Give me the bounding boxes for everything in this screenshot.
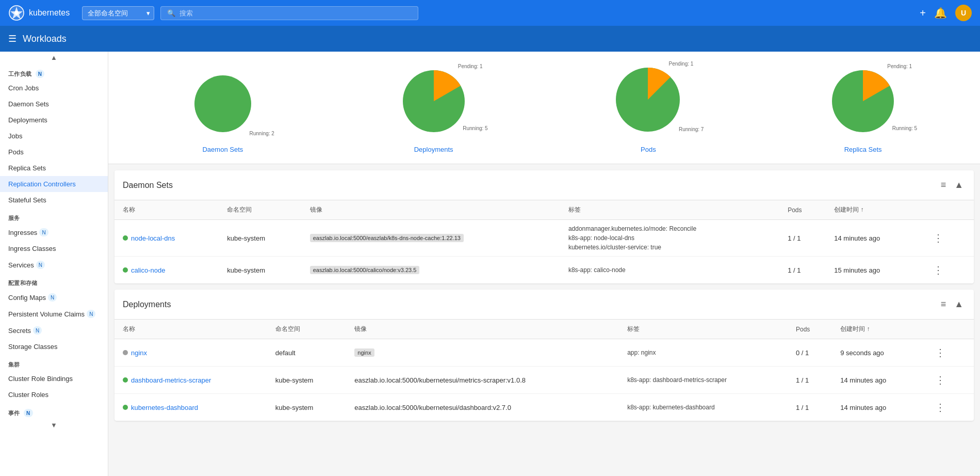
- sidebar-item-daemon-sets[interactable]: Daemon Sets: [0, 96, 108, 112]
- image-text: easzlab.io.local:5000/kubernetesui/dashb…: [354, 404, 511, 411]
- namespace-dropdown-wrap[interactable]: 全部命名空间: [76, 6, 154, 20]
- status-dot: [123, 350, 128, 355]
- dep-namespace-cell: default: [267, 339, 347, 367]
- daemon-sets-chart: Running: 2 Daemon Sets: [187, 68, 259, 153]
- dep-actions-cell: ⋮: [923, 367, 974, 394]
- more-btn[interactable]: ⋮: [931, 344, 950, 361]
- sidebar-item-deployments[interactable]: Deployments: [0, 112, 108, 128]
- dep-col-actions: [923, 320, 974, 339]
- sidebar-item-ingress-classes[interactable]: Ingress Classes: [0, 241, 108, 257]
- sidebar-item-config-maps[interactable]: Config Maps N: [0, 289, 108, 306]
- dep-image-cell: nginx: [346, 339, 619, 367]
- search-icon: 🔍: [167, 9, 175, 17]
- ds-name-cell: calico-node: [115, 257, 219, 284]
- sidebar-item-cluster-roles[interactable]: Cluster Roles: [0, 387, 108, 403]
- pods-label: Pods: [641, 146, 656, 153]
- deployments-pending-label: Pending: 1: [458, 64, 483, 69]
- pods-pending-label: Pending: 1: [669, 61, 694, 67]
- namespace-select[interactable]: 全部命名空间: [82, 6, 154, 20]
- deployments-actions: ≡ ▲: [939, 297, 966, 312]
- sidebar-item-replica-sets[interactable]: Replica Sets: [0, 160, 108, 176]
- sidebar-category-services: 服务: [0, 208, 108, 224]
- dep-col-image: 镜像: [346, 320, 619, 339]
- dep-name-link[interactable]: dashboard-metrics-scraper: [131, 376, 211, 384]
- image-text: easzlab.io.local:5000/kubernetesui/metri…: [354, 376, 526, 384]
- pods-running-label: Running: 7: [679, 126, 704, 132]
- dep-actions-cell: ⋮: [923, 339, 974, 367]
- daemon-sets-thead: 名称 命名空间 镜像 标签 Pods 创建时间 ↑: [115, 200, 974, 220]
- search-bar[interactable]: 🔍: [160, 6, 418, 20]
- sidebar-scroll-up[interactable]: ▲: [0, 52, 108, 64]
- more-btn[interactable]: ⋮: [929, 262, 948, 278]
- workloads-badge: N: [36, 70, 45, 78]
- dep-image-cell: easzlab.io.local:5000/kubernetesui/dashb…: [346, 394, 619, 421]
- dep-name-link[interactable]: nginx: [131, 349, 147, 357]
- sidebar-item-pods[interactable]: Pods: [0, 144, 108, 160]
- deployments-title: Deployments: [123, 300, 171, 309]
- status-dot: [123, 405, 128, 410]
- ds-name-link[interactable]: calico-node: [131, 266, 166, 274]
- more-btn[interactable]: ⋮: [929, 230, 948, 246]
- kubernetes-logo-icon: [8, 5, 25, 21]
- deployments-filter-btn[interactable]: ≡: [939, 297, 949, 312]
- sidebar-category-events: 事件 N: [0, 403, 108, 419]
- svg-point-3: [14, 11, 19, 15]
- tag-item: app: nginx: [627, 349, 779, 356]
- daemon-sets-section: Daemon Sets ≡ ▲ 名称 命名空间 镜像 标签 Pods 创建时间 …: [115, 170, 974, 283]
- table-row: calico-node kube-system easzlab.io.local…: [115, 257, 974, 284]
- deployments-tbody: nginx default nginx app: nginx 0 / 1 9 s…: [115, 339, 974, 421]
- sidebar-item-jobs[interactable]: Jobs: [0, 128, 108, 144]
- sidebar-item-pvc[interactable]: Persistent Volume Claims N: [0, 306, 108, 322]
- tag-item: addonmanager.kubernetes.io/mode: Reconci…: [568, 225, 771, 232]
- daemon-sets-running-label: Running: 2: [250, 131, 274, 136]
- menu-icon[interactable]: ☰: [8, 33, 17, 44]
- deployments-thead: 名称 命名空间 镜像 标签 Pods 创建时间 ↑: [115, 320, 974, 339]
- sidebar-item-cluster-role-bindings[interactable]: Cluster Role Bindings: [0, 371, 108, 387]
- search-input[interactable]: [179, 9, 412, 17]
- ds-created-cell: 15 minutes ago: [826, 257, 921, 284]
- table-row: node-local-dns kube-system easzlab.io.lo…: [115, 220, 974, 257]
- deployments-table: 名称 命名空间 镜像 标签 Pods 创建时间 ↑ nginx: [115, 320, 974, 421]
- dep-created-cell: 14 minutes ago: [832, 394, 923, 421]
- avatar[interactable]: U: [955, 5, 972, 21]
- replica-sets-pending-label: Pending: 1: [887, 64, 912, 69]
- svg-point-4: [194, 75, 251, 132]
- more-btn[interactable]: ⋮: [931, 399, 950, 416]
- pods-pie: Pending: 1 Running: 7: [608, 60, 688, 141]
- sidebar-item-stateful-sets[interactable]: Stateful Sets: [0, 192, 108, 208]
- sidebar-item-replication-controllers[interactable]: Replication Controllers: [0, 176, 108, 192]
- main-content: Running: 2 Daemon Sets Pending: 1 Runnin…: [108, 52, 980, 476]
- bell-icon[interactable]: 🔔: [934, 7, 947, 19]
- sidebar-item-secrets[interactable]: Secrets N: [0, 322, 108, 339]
- dep-pods-cell: 1 / 1: [788, 367, 832, 394]
- pods-chart: Pending: 1 Running: 7 Pods: [608, 60, 688, 153]
- add-icon[interactable]: +: [920, 7, 926, 19]
- replica-sets-pie: Pending: 1 Running: 5: [824, 62, 902, 141]
- daemon-sets-filter-btn[interactable]: ≡: [939, 178, 949, 193]
- sidebar-item-ingresses[interactable]: Ingresses N: [0, 224, 108, 241]
- table-row: kubernetes-dashboard kube-system easzlab…: [115, 394, 974, 421]
- ds-tags-cell: addonmanager.kubernetes.io/mode: Reconci…: [560, 220, 779, 257]
- status-dot: [123, 235, 128, 241]
- dep-name-link[interactable]: kubernetes-dashboard: [131, 404, 198, 411]
- sidebar-item-services[interactable]: Services N: [0, 257, 108, 273]
- daemon-sets-title-bar: Daemon Sets ≡ ▲: [115, 170, 974, 200]
- top-navbar: kubernetes 全部命名空间 🔍 + 🔔 U: [0, 0, 980, 26]
- ds-actions-cell: ⋮: [921, 220, 974, 257]
- sidebar-item-cron-jobs[interactable]: Cron Jobs: [0, 80, 108, 96]
- ds-created-cell: 14 minutes ago: [826, 220, 921, 257]
- sidebar-scroll-down[interactable]: ▼: [0, 419, 108, 431]
- ds-name-link[interactable]: node-local-dns: [131, 234, 175, 242]
- logo: kubernetes: [8, 5, 70, 21]
- ingresses-badge: N: [39, 228, 48, 236]
- image-chip: easzlab.io.local:5000/calico/node:v3.23.…: [310, 266, 420, 274]
- logo-text: kubernetes: [29, 8, 70, 18]
- dep-created-cell: 14 minutes ago: [832, 367, 923, 394]
- daemon-sets-collapse-btn[interactable]: ▲: [952, 178, 966, 193]
- deployments-pie: Pending: 1 Running: 5: [395, 62, 472, 141]
- sidebar-item-storage-classes[interactable]: Storage Classes: [0, 339, 108, 355]
- status-dot: [123, 267, 128, 273]
- more-btn[interactable]: ⋮: [931, 372, 950, 388]
- ds-tags-cell: k8s-app: calico-node: [560, 257, 779, 284]
- deployments-collapse-btn[interactable]: ▲: [952, 297, 966, 312]
